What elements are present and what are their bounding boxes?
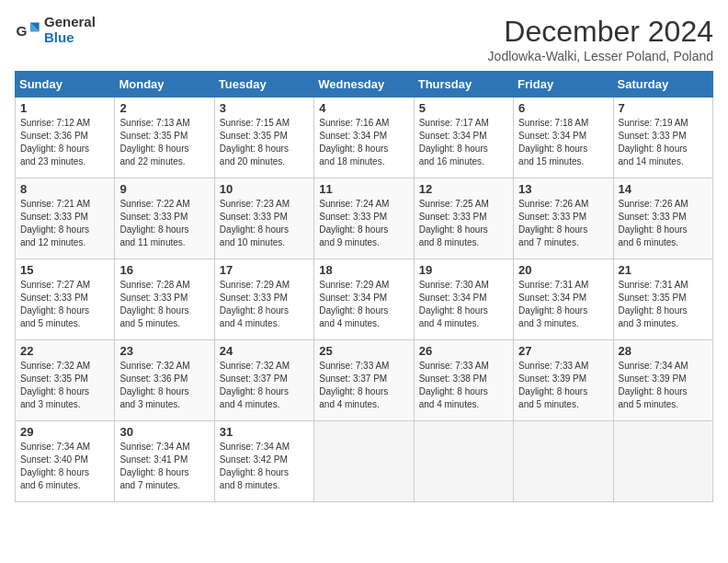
logo-text-general: General: [44, 15, 96, 30]
day-number: 17: [220, 263, 309, 277]
day-cell: 27Sunrise: 7:33 AMSunset: 3:39 PMDayligh…: [514, 340, 613, 421]
col-header-tuesday: Tuesday: [214, 72, 313, 98]
day-cell: 3Sunrise: 7:15 AMSunset: 3:35 PMDaylight…: [214, 98, 313, 178]
day-number: 2: [119, 101, 209, 115]
day-number: 12: [419, 182, 508, 196]
day-info: Sunrise: 7:16 AMSunset: 3:34 PMDaylight:…: [319, 117, 408, 168]
day-cell: 11Sunrise: 7:24 AMSunset: 3:33 PMDayligh…: [314, 178, 414, 259]
day-number: 14: [619, 182, 708, 196]
day-cell: 12Sunrise: 7:25 AMSunset: 3:33 PMDayligh…: [414, 178, 513, 259]
day-cell: 9Sunrise: 7:22 AMSunset: 3:33 PMDaylight…: [115, 178, 214, 259]
day-cell: [414, 421, 513, 502]
day-number: 21: [619, 263, 708, 277]
day-number: 19: [419, 263, 508, 277]
day-info: Sunrise: 7:26 AMSunset: 3:33 PMDaylight:…: [518, 198, 608, 249]
day-number: 20: [518, 263, 608, 277]
day-number: 3: [220, 101, 309, 115]
day-number: 6: [518, 101, 608, 115]
day-number: 11: [319, 182, 408, 196]
day-cell: 21Sunrise: 7:31 AMSunset: 3:35 PMDayligh…: [613, 259, 712, 340]
day-info: Sunrise: 7:15 AMSunset: 3:35 PMDaylight:…: [220, 117, 309, 168]
day-number: 28: [619, 344, 708, 358]
day-cell: 10Sunrise: 7:23 AMSunset: 3:33 PMDayligh…: [214, 178, 313, 259]
week-row-3: 15Sunrise: 7:27 AMSunset: 3:33 PMDayligh…: [16, 259, 713, 340]
day-info: Sunrise: 7:24 AMSunset: 3:33 PMDaylight:…: [319, 198, 408, 249]
day-info: Sunrise: 7:34 AMSunset: 3:42 PMDaylight:…: [220, 441, 309, 492]
page-header: G General Blue December 2024 Jodlowka-Wa…: [15, 15, 713, 63]
calendar-table: SundayMondayTuesdayWednesdayThursdayFrid…: [15, 71, 713, 502]
day-number: 10: [220, 182, 309, 196]
day-info: Sunrise: 7:12 AMSunset: 3:36 PMDaylight:…: [20, 117, 109, 168]
day-number: 13: [518, 182, 608, 196]
day-cell: 15Sunrise: 7:27 AMSunset: 3:33 PMDayligh…: [16, 259, 115, 340]
logo-icon: G: [15, 17, 40, 43]
day-cell: 23Sunrise: 7:32 AMSunset: 3:36 PMDayligh…: [115, 340, 214, 421]
day-info: Sunrise: 7:34 AMSunset: 3:39 PMDaylight:…: [619, 360, 708, 411]
day-cell: 31Sunrise: 7:34 AMSunset: 3:42 PMDayligh…: [214, 421, 313, 502]
day-info: Sunrise: 7:19 AMSunset: 3:33 PMDaylight:…: [619, 117, 708, 168]
day-cell: 5Sunrise: 7:17 AMSunset: 3:34 PMDaylight…: [414, 98, 513, 178]
day-info: Sunrise: 7:33 AMSunset: 3:37 PMDaylight:…: [319, 360, 408, 411]
month-title: December 2024: [488, 15, 713, 49]
day-info: Sunrise: 7:32 AMSunset: 3:37 PMDaylight:…: [220, 360, 309, 411]
day-number: 1: [20, 101, 109, 115]
day-cell: 29Sunrise: 7:34 AMSunset: 3:40 PMDayligh…: [16, 421, 115, 502]
day-number: 18: [319, 263, 408, 277]
col-header-saturday: Saturday: [613, 72, 712, 98]
day-cell: 26Sunrise: 7:33 AMSunset: 3:38 PMDayligh…: [414, 340, 513, 421]
day-info: Sunrise: 7:23 AMSunset: 3:33 PMDaylight:…: [220, 198, 309, 249]
day-number: 4: [319, 101, 408, 115]
day-cell: 7Sunrise: 7:19 AMSunset: 3:33 PMDaylight…: [613, 98, 712, 178]
day-number: 22: [20, 344, 109, 358]
day-info: Sunrise: 7:34 AMSunset: 3:40 PMDaylight:…: [20, 441, 109, 492]
day-number: 23: [119, 344, 209, 358]
day-info: Sunrise: 7:31 AMSunset: 3:35 PMDaylight:…: [619, 279, 708, 330]
day-number: 25: [319, 344, 408, 358]
day-cell: 6Sunrise: 7:18 AMSunset: 3:34 PMDaylight…: [514, 98, 613, 178]
day-info: Sunrise: 7:17 AMSunset: 3:34 PMDaylight:…: [419, 117, 508, 168]
day-cell: 22Sunrise: 7:32 AMSunset: 3:35 PMDayligh…: [16, 340, 115, 421]
day-cell: [514, 421, 613, 502]
day-info: Sunrise: 7:25 AMSunset: 3:33 PMDaylight:…: [419, 198, 508, 249]
week-row-1: 1Sunrise: 7:12 AMSunset: 3:36 PMDaylight…: [16, 98, 713, 178]
day-number: 15: [20, 263, 109, 277]
day-cell: 25Sunrise: 7:33 AMSunset: 3:37 PMDayligh…: [314, 340, 414, 421]
week-row-2: 8Sunrise: 7:21 AMSunset: 3:33 PMDaylight…: [16, 178, 713, 259]
day-info: Sunrise: 7:32 AMSunset: 3:36 PMDaylight:…: [119, 360, 209, 411]
day-cell: 4Sunrise: 7:16 AMSunset: 3:34 PMDaylight…: [314, 98, 414, 178]
day-info: Sunrise: 7:33 AMSunset: 3:39 PMDaylight:…: [518, 360, 608, 411]
day-number: 7: [619, 101, 708, 115]
day-cell: 17Sunrise: 7:29 AMSunset: 3:33 PMDayligh…: [214, 259, 313, 340]
day-cell: 1Sunrise: 7:12 AMSunset: 3:36 PMDaylight…: [16, 98, 115, 178]
col-header-monday: Monday: [115, 72, 214, 98]
day-cell: [613, 421, 712, 502]
day-info: Sunrise: 7:22 AMSunset: 3:33 PMDaylight:…: [119, 198, 209, 249]
day-cell: 28Sunrise: 7:34 AMSunset: 3:39 PMDayligh…: [613, 340, 712, 421]
day-number: 16: [119, 263, 209, 277]
day-info: Sunrise: 7:18 AMSunset: 3:34 PMDaylight:…: [518, 117, 608, 168]
day-number: 31: [220, 425, 309, 439]
day-info: Sunrise: 7:26 AMSunset: 3:33 PMDaylight:…: [619, 198, 708, 249]
day-info: Sunrise: 7:33 AMSunset: 3:38 PMDaylight:…: [419, 360, 508, 411]
day-number: 29: [20, 425, 109, 439]
day-cell: 8Sunrise: 7:21 AMSunset: 3:33 PMDaylight…: [16, 178, 115, 259]
day-cell: 24Sunrise: 7:32 AMSunset: 3:37 PMDayligh…: [214, 340, 313, 421]
day-cell: 16Sunrise: 7:28 AMSunset: 3:33 PMDayligh…: [115, 259, 214, 340]
day-cell: 14Sunrise: 7:26 AMSunset: 3:33 PMDayligh…: [613, 178, 712, 259]
day-number: 24: [220, 344, 309, 358]
day-info: Sunrise: 7:32 AMSunset: 3:35 PMDaylight:…: [20, 360, 109, 411]
week-row-5: 29Sunrise: 7:34 AMSunset: 3:40 PMDayligh…: [16, 421, 713, 502]
day-info: Sunrise: 7:29 AMSunset: 3:34 PMDaylight:…: [319, 279, 408, 330]
day-cell: 30Sunrise: 7:34 AMSunset: 3:41 PMDayligh…: [115, 421, 214, 502]
day-number: 5: [419, 101, 508, 115]
location: Jodlowka-Walki, Lesser Poland, Poland: [488, 49, 713, 63]
day-number: 8: [20, 182, 109, 196]
logo-text-blue: Blue: [44, 30, 96, 46]
day-number: 30: [119, 425, 209, 439]
day-info: Sunrise: 7:21 AMSunset: 3:33 PMDaylight:…: [20, 198, 109, 249]
day-cell: [314, 421, 414, 502]
day-info: Sunrise: 7:28 AMSunset: 3:33 PMDaylight:…: [119, 279, 209, 330]
day-cell: 19Sunrise: 7:30 AMSunset: 3:34 PMDayligh…: [414, 259, 513, 340]
col-header-friday: Friday: [514, 72, 613, 98]
title-block: December 2024 Jodlowka-Walki, Lesser Pol…: [488, 15, 713, 63]
